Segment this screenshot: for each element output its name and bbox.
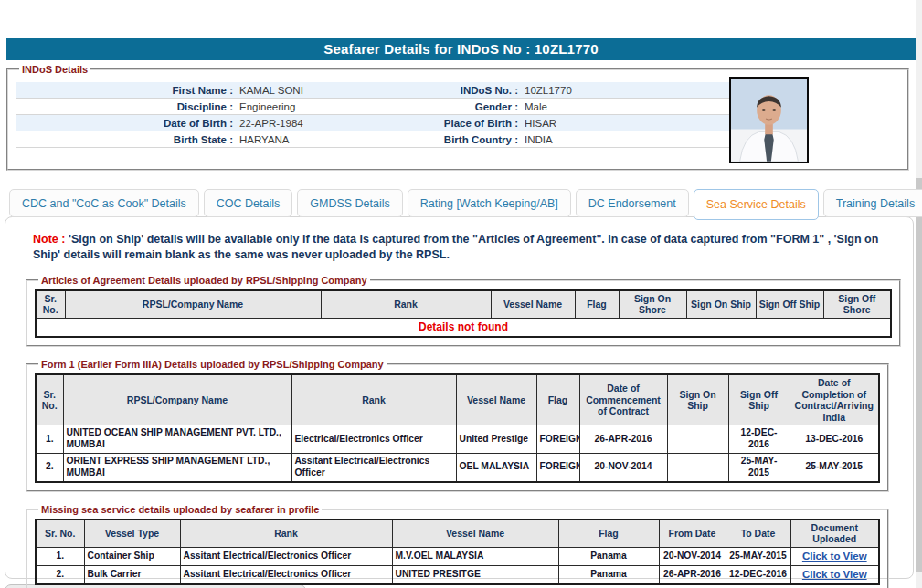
cell: Click to View (790, 547, 879, 565)
page-title: Seafarer Details for INDoS No : 10ZL1770 (6, 38, 916, 60)
scrollbar-thumb[interactable] (916, 178, 922, 572)
missing-sea-service-table: Sr. No.Vessel TypeRankVessel NameFlagFro… (35, 519, 880, 585)
cell: United Prestige (456, 425, 536, 454)
cell: 26-APR-2016 (579, 425, 667, 454)
column-header: Date of Completion of Contract/Arriving … (790, 374, 879, 425)
tab-rating-watch-keeping-ab[interactable]: Rating [Watch Keeping/AB] (408, 189, 571, 217)
column-header: To Date (726, 520, 790, 548)
column-header: Vessel Name (456, 374, 536, 425)
column-header: Sign Off Ship (756, 290, 823, 319)
table-row: 2.Bulk CarrierAssitant Electrical/Electr… (36, 565, 879, 583)
section-legend: Form 1 (Earlier Form IIIA) Details uploa… (38, 359, 387, 370)
cell: 1. (36, 425, 63, 454)
field-label: Birth State : (16, 131, 233, 147)
column-header: Vessel Name (491, 290, 575, 319)
seafarer-details-page: Seafarer Details for INDoS No : 10ZL1770… (0, 0, 922, 588)
column-header: Vessel Name (392, 520, 558, 548)
column-header: Flag (558, 520, 659, 548)
column-header: Sr. No. (36, 374, 63, 425)
articles-of-agreement-table: Sr. No.RPSL/Company NameRankVessel NameF… (35, 289, 892, 338)
click-to-view-link[interactable]: Click to View (802, 569, 867, 580)
cell: 2. (36, 565, 84, 583)
table-row: 2.ORIENT EXPRESS SHIP MANAGEMENT LTD., M… (36, 454, 879, 482)
column-header: Sr. No. (36, 520, 84, 548)
cell: Assitant Electrical/Electronics Officer (180, 547, 392, 565)
field-value: 22-APR-1984 (233, 115, 425, 131)
empty-row: Details not found (36, 318, 891, 337)
cell: ORIENT EXPRESS SHIP MANAGEMENT LTD., MUM… (63, 454, 291, 482)
tab-training-details[interactable]: Training Details (823, 189, 922, 217)
field-label: Birth Country : (425, 131, 518, 147)
cell: FOREIGN (536, 425, 579, 454)
tab-cdc-and-coc-as-cook-details[interactable]: CDC and "CoC as Cook" Details (9, 189, 199, 217)
cell: 12-DEC-2016 (728, 425, 790, 454)
cell: Assitant Electrical/Electronics Officer (291, 454, 456, 482)
cell: 2. (36, 454, 63, 482)
column-header: RPSL/Company Name (65, 290, 321, 319)
indos-details-grid: First Name :KAMAL SONIINDoS No. :10ZL177… (16, 82, 730, 148)
cell: Electrical/Electronics Officer (291, 425, 456, 454)
column-header: Sr. No. (36, 290, 65, 319)
cell: 25-MAY-2015 (790, 454, 879, 482)
column-header: Document Uploaded (790, 520, 879, 548)
cell (667, 454, 728, 482)
field-value: HARYANA (233, 131, 425, 147)
cell: 25-MAY-2015 (726, 547, 790, 565)
header-row: Sr. No.RPSL/Company NameRankVessel NameF… (36, 290, 891, 319)
tab-dc-endorsement[interactable]: DC Endorsement (576, 189, 689, 217)
cell: Bulk Carrier (84, 565, 180, 583)
column-header: Sign Off Shore (823, 290, 891, 319)
column-header: Sign On Ship (667, 374, 728, 425)
table-row: 1.UNITED OCEAN SHIP MANAGEMENT PVT. LTD.… (36, 425, 879, 454)
click-to-view-link[interactable]: Click to View (802, 551, 867, 562)
column-header: From Date (659, 520, 726, 548)
cell: Assitant Electrical/Electronics Officer (180, 565, 392, 583)
cell: Panama (558, 565, 659, 583)
tabs-bar: CDC and "CoC as Cook" DetailsCOC Details… (9, 189, 922, 220)
form1-details-table: Sr. No.RPSL/Company NameRankVessel NameF… (35, 373, 880, 483)
column-header: Vessel Type (84, 520, 180, 548)
field-label: INDoS No. : (425, 82, 518, 98)
cell: 1. (36, 547, 84, 565)
section-legend: Articles of Agreement Details uploaded b… (38, 275, 370, 286)
seafarer-photo (729, 77, 809, 163)
indos-row: Discipline :EngineeringGender :Male (16, 99, 730, 115)
portrait-icon (731, 79, 807, 162)
column-header: Flag (575, 290, 619, 319)
field-label: First Name : (16, 82, 233, 98)
cell: Click to View (790, 565, 879, 583)
indos-row: Date of Birth :22-APR-1984Place of Birth… (16, 115, 730, 131)
column-header: Sign On Shore (619, 290, 686, 319)
cell: 25-MAY-2015 (728, 454, 790, 482)
cell: OEL MALAYSIA (456, 454, 536, 482)
field-value: 10ZL1770 (518, 82, 730, 98)
section-missing-sea-service: Missing sea service details uploaded by … (26, 504, 889, 588)
note-text: Note : 'Sign on Ship' details will be av… (33, 232, 885, 263)
section-legend: Missing sea service details uploaded by … (38, 504, 322, 515)
field-label: Date of Birth : (16, 115, 233, 131)
indos-row: First Name :KAMAL SONIINDoS No. :10ZL177… (16, 82, 730, 99)
field-label: Discipline : (16, 99, 233, 114)
cell: Container Ship (84, 547, 180, 565)
column-header: Flag (536, 374, 579, 425)
vertical-scrollbar[interactable] (916, 0, 922, 588)
field-value: HISAR (518, 115, 730, 131)
tab-gmdss-details[interactable]: GMDSS Details (297, 189, 403, 217)
header-row: Sr. No.Vessel TypeRankVessel NameFlagFro… (36, 520, 879, 548)
column-header: Date of Commencement of Contract (579, 374, 667, 425)
cell: 20-NOV-2014 (659, 547, 726, 565)
column-header: Rank (180, 520, 392, 548)
cell: FOREIGN (536, 454, 579, 482)
cell: UNITED OCEAN SHIP MANAGEMENT PVT. LTD., … (63, 425, 291, 454)
field-value: Male (518, 99, 730, 114)
tab-coc-details[interactable]: COC Details (204, 189, 292, 217)
empty-message: Details not found (36, 318, 891, 337)
column-header: Rank (321, 290, 491, 319)
field-value: Engineering (233, 99, 425, 114)
column-header: RPSL/Company Name (63, 374, 291, 425)
section-articles-of-agreement: Articles of Agreement Details uploaded b… (26, 275, 901, 347)
field-value: INDIA (518, 131, 730, 147)
tab-sea-service-details[interactable]: Sea Service Details (694, 189, 819, 220)
cell: Panama (558, 547, 659, 565)
note-prefix: Note : (33, 233, 65, 246)
